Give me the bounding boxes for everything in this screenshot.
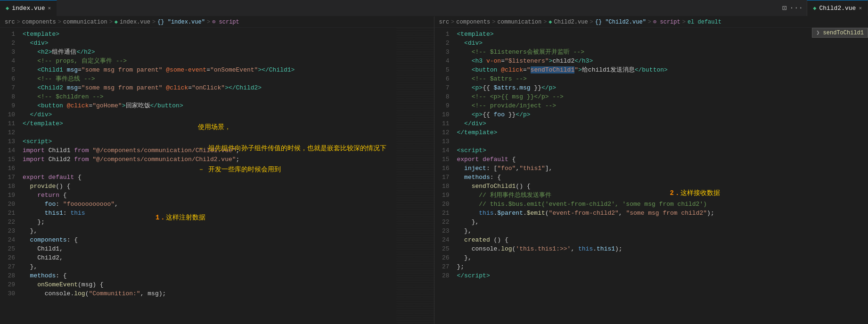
bc-sep1: > <box>17 19 20 25</box>
r-bc-sep2: > <box>492 19 495 25</box>
split-editor-icon[interactable]: ⊡ <box>782 3 787 13</box>
tooltip-chevron: ❯ <box>816 30 819 36</box>
bc-script: ⊙ script <box>212 18 239 25</box>
right-editor-pane: src > components > communication > ◆ Chi… <box>434 16 868 324</box>
r-bc-default: el default <box>688 19 721 25</box>
bc-src: src <box>5 19 15 25</box>
bc-vue-icon: ◆ <box>115 18 118 25</box>
r-bc-obj: {} "Child2.vue" <box>595 19 646 25</box>
tooltip-text: sendToChild1 <box>823 30 864 36</box>
right-breadcrumb: src > components > communication > ◆ Chi… <box>434 16 868 28</box>
tab-index-vue[interactable]: ◆ index.vue × <box>0 0 57 16</box>
r-bc-filename: Child2.vue <box>554 19 588 25</box>
tab-child2-vue[interactable]: ◆ Child2.vue × <box>807 0 868 16</box>
bc-obj: {} "index.vue" <box>157 19 205 25</box>
bc-components: components <box>22 19 56 25</box>
r-bc-sep4: > <box>590 19 593 25</box>
right-code-content[interactable]: <template> <div> <!-- $listeners会被展开并监听 … <box>453 28 868 324</box>
right-code-area: 1234567891011121314151617181920212223242… <box>434 28 868 324</box>
left-code-area: 1234567891011121314151617181920212223242… <box>0 28 434 324</box>
tab-left-label: index.vue <box>12 5 45 12</box>
r-bc-components: components <box>456 19 490 25</box>
bc-sep4: > <box>152 19 156 25</box>
bc-filename: index.vue <box>120 19 150 25</box>
r-bc-sep5: > <box>648 19 651 25</box>
bc-sep2: > <box>58 19 61 25</box>
left-breadcrumb: src > components > communication > ◆ ind… <box>0 16 434 28</box>
vue-icon-left: ◆ <box>6 5 9 12</box>
r-bc-communication: communication <box>498 19 542 25</box>
tooltip-sendtochild1: ❯ sendToChild1 <box>812 28 868 38</box>
r-bc-script: ⊙ script <box>653 18 680 25</box>
tab-left-close[interactable]: × <box>48 6 51 11</box>
tab-right-close[interactable]: × <box>859 6 862 11</box>
tab-right-label: Child2.vue <box>819 5 856 12</box>
bc-sep3: > <box>109 19 113 25</box>
left-code-content[interactable]: <template> <div> <h2>组件通信</h2> <!-- prop… <box>19 28 396 324</box>
right-line-numbers: 1234567891011121314151617181920212223242… <box>434 28 453 324</box>
vue-icon-right: ◆ <box>813 5 816 12</box>
tab-bar: ◆ index.vue × ⊡ ··· ◆ Child2.vue × <box>0 0 868 16</box>
editors-container: src > components > communication > ◆ ind… <box>0 16 868 324</box>
bc-sep5: > <box>207 19 210 25</box>
r-bc-vue-icon: ◆ <box>549 18 552 25</box>
left-line-numbers: 1234567891011121314151617181920212223242… <box>0 28 19 324</box>
r-bc-sep1: > <box>451 19 454 25</box>
bc-communication: communication <box>63 19 107 25</box>
r-bc-sep6: > <box>682 19 686 25</box>
left-minimap <box>396 28 434 324</box>
more-actions-icon[interactable]: ··· <box>789 4 803 12</box>
r-bc-src: src <box>439 19 450 25</box>
left-editor-pane: src > components > communication > ◆ ind… <box>0 16 434 324</box>
r-bc-sep3: > <box>543 19 547 25</box>
tab-actions-left: ⊡ ··· <box>778 0 807 16</box>
